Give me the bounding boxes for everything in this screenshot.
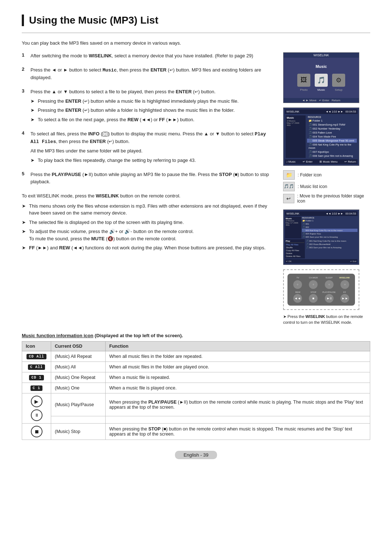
arrow-icon-3: ➤ [30,116,36,123]
screenshot-3-menu-panel: Play Play All Files Shuffle Copy All Fil… [285,239,305,258]
remote-control: TV CH.MGR SLEEP WISELINK ○ ○ ○ ○ REW STO… [287,274,355,306]
screenshot-icon-photo: 🖼 Photo [297,74,310,91]
legend-folder: 📁 : Folder icon [283,170,370,180]
left-column: 1 After switching the mode to WISELINK, … [22,52,274,326]
step-3-bullet-2: ➤ Pressing the ENTER (↵) button while a … [30,107,274,114]
screenshot-icon-setup: ⚙ Setup [332,74,345,91]
osd-cell-5: (Music) Play/Pause [51,393,106,416]
step-2-text: Press the ◄ or ► button to select Music,… [30,66,274,81]
arrow-icon-4: ➤ [30,157,36,164]
step-2-content: Press the ◄ or ► button to select Music,… [30,66,274,83]
remote-area: TV CH.MGR SLEEP WISELINK ○ ○ ○ ○ REW STO… [283,269,370,326]
legend-music-text: : Music list icon [298,184,327,189]
screenshot-3-header: WISELINK ◄◄ 1/10 ►► 00:04:53 [285,211,358,216]
remote-tv-btn[interactable]: ○ [293,280,302,289]
func-cell-5b [106,416,370,423]
note-exit: To exit WISELINK mode, press the WISELIN… [22,192,274,200]
screenshot-3-ri-002: 🎵 002 Roza Blumenfield [306,242,358,246]
screenshot-music-menu: WISELINK Music 🖼 Photo 🎵 Music [283,52,359,103]
screenshot-3-footer: ↵ OK ↩ Exit [285,259,358,263]
screenshot-1-title: Music [297,64,345,69]
step-4: 4 To select all files, press the INFO (ⓘ… [22,130,274,166]
icon-cell-play: ▶ ⏸ [22,393,51,423]
table-row-stop: ⏹ (Music) Stop When pressing the STOP (■… [22,423,370,440]
arrow-note-3: ➤ [22,228,27,242]
divider [22,33,370,33]
screenshot-3-body: Music 3 MusicsMay 17 20064Kb RESOURCE 📁 … [285,217,358,238]
step-5: 5 Press the PLAY/PAUSE (►II) button whil… [22,171,274,187]
remote-playpause-btn[interactable]: ►II [325,294,334,303]
remote-ff-btn[interactable]: ►► [340,294,349,303]
folder-icon: 📁 [283,170,295,180]
screenshot-3-001: 🎵 001 [302,222,358,225]
right-column: WISELINK Music 🖼 Photo 🎵 Music [283,52,370,326]
remote-chmgr-label: CH.MGR [306,277,321,279]
page-footer: English - 39 [22,451,370,459]
notes-section: To exit WISELINK mode, press the WISELIN… [22,192,274,252]
screenshot-3-menu-overlay: Play Play All Files Shuffle Copy All Fil… [285,239,358,258]
step-5-text: Press the PLAY/PAUSE (►II) button while … [30,171,274,185]
screenshot-2-footer: ♪ Music ↵ Enter ⊞ Music Menu ↩ Return [285,159,358,164]
table-row-cd1: CD 1 (Music) One Repeat When a music fil… [22,372,370,383]
osd-cell-6: (Music) Stop [51,423,106,440]
col-osd: Current OSD [51,341,106,351]
remote-sleep-btn[interactable]: ○ [325,280,334,289]
icon-cell-c1: C 1 [22,383,51,393]
screenshot-3-002: 🎵 002 [302,225,358,229]
screenshot-3-shuffle: Shuffle [286,246,304,249]
scr-row-008: 🎵 008 Sam your film not is Amazing [307,154,357,158]
remote-rew-btn[interactable]: ◄◄ [293,294,302,303]
prev-folder-icon: ↩ [283,194,294,203]
table-row-pause [22,416,370,423]
remote-tv-label: TV [290,277,305,279]
note-4: ➤ FF (►►) and REW (◄◄) functions do not … [22,244,274,252]
scr-row-005: 🎵 005 Steak Mongoose Feat 50.cent [307,139,357,143]
badge-cd-all: CD All [26,354,46,359]
page-title-bar: Using the Music (MP3) List [22,15,370,26]
step-5-content: Press the PLAY/PAUSE (►II) button while … [30,171,274,187]
screenshot-3-play-all: Play All Files [286,243,304,246]
screenshot-3-delete: Delete [286,252,304,255]
scr-row-001: 🎵 001 SteamSong.mp3 TMW [307,123,357,127]
scr-footer-music: ♪ Music [286,160,295,163]
arrow-note-2: ➤ [22,219,27,226]
step-1-number: 1 [22,52,27,62]
note-exit-text: To exit WISELINK mode, press the WISELIN… [22,192,180,200]
note-2-text: The selected file is displayed on the to… [29,219,184,226]
func-cell-5: When pressing the PLAY/PAUSE (►II) butto… [106,393,370,416]
remote-wiselink-btn[interactable]: ○ [340,280,349,289]
screenshot-3-date: 3 MusicsMay 17 20064Kb [286,220,301,226]
main-content: 1 After switching the mode to WISELINK, … [22,52,370,326]
footer-page-label: English - 39 [175,451,217,459]
legend-folder-text: : Folder icon [298,172,322,177]
remote-stop-btn[interactable]: ■ [309,294,318,303]
icon-cell-stop: ⏹ [22,423,51,440]
music-list-icon: 🎵🎵 [283,182,295,191]
col-icon: Icon [22,341,51,351]
remote-rew-label: REW [290,291,305,293]
screenshot-filelist: WISELINK ◄◄ 1/10 ►► 00:04:53 Music 3 Mus… [283,107,359,166]
remote-chmgr-btn[interactable]: ○ [309,280,318,289]
arrow-note-4: ➤ [22,244,27,252]
step-4-subbullets: ➤ To play back the files repeatedly, cha… [30,157,274,164]
step-3-content: Press the ▲ or ▼ buttons to select a fil… [30,88,274,125]
remote-bottom-btns: ◄◄ ■ ►II ►► [290,294,352,303]
table-header: Icon Current OSD Function [22,341,370,351]
screenshot-resource: RESOURCE [307,115,357,119]
remote-bottom-labels: REW STOP PLAY/PAUSE FF [290,291,352,293]
screenshot-3-play-label: Play [286,240,304,243]
osd-cell-4: (Music) One [51,383,106,393]
remote-sleep-label: SLEEP [322,277,336,279]
step-4-number: 4 [22,130,27,166]
step-3-subbullets: ➤ Pressing the ENTER (↵) button while a … [30,98,274,123]
badge-c-all: C All [28,364,45,370]
icon-cell-c-all: C All [22,362,51,372]
note-4-text: FF (►►) and REW (◄◄) functions do not wo… [29,244,266,252]
screenshot-3-left: Music 3 MusicsMay 17 20064Kb [285,217,301,238]
osd-cell-3: (Music) One Repeat [51,372,106,383]
legend-prev-folder-text: : Move to the previous folder stage icon [297,193,370,204]
step-3-bullet-1: ➤ Pressing the ENTER (↵) button while a … [30,98,274,105]
func-cell-3: When a music file is repeated. [106,372,370,383]
step-3-bullet-3-text: To select a file on the next page, press… [38,116,195,123]
step-4-content: To select all files, press the INFO (ⓘ) … [30,130,274,166]
